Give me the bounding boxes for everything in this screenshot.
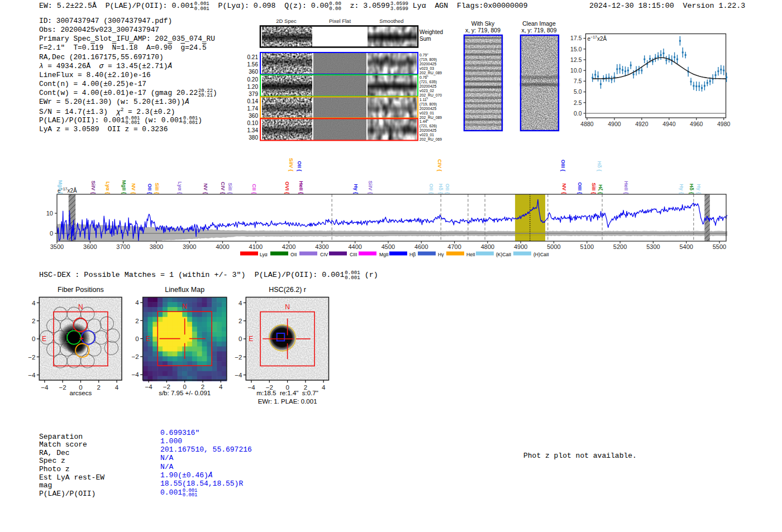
svg-text:−2: −2: [28, 354, 35, 361]
svg-text:2: 2: [239, 318, 242, 324]
svg-text:4: 4: [135, 299, 139, 306]
svg-text:−2: −2: [132, 353, 139, 360]
svg-text:0: 0: [239, 336, 242, 342]
svg-text:−4: −4: [235, 372, 242, 378]
svg-text:E: E: [146, 335, 150, 343]
svg-text:E: E: [249, 335, 253, 343]
svg-text:N: N: [285, 303, 290, 311]
svg-text:−2: −2: [235, 354, 242, 361]
svg-text:N: N: [182, 303, 187, 310]
svg-text:4: 4: [32, 300, 36, 306]
svg-text:E: E: [42, 335, 46, 343]
svg-text:4: 4: [239, 300, 242, 306]
svg-text:0: 0: [32, 336, 35, 342]
svg-text:N: N: [78, 303, 83, 311]
svg-text:2: 2: [32, 318, 35, 324]
svg-text:−4: −4: [132, 371, 140, 378]
svg-text:−4: −4: [28, 372, 36, 378]
svg-text:2: 2: [135, 318, 139, 324]
svg-text:0: 0: [135, 336, 139, 342]
